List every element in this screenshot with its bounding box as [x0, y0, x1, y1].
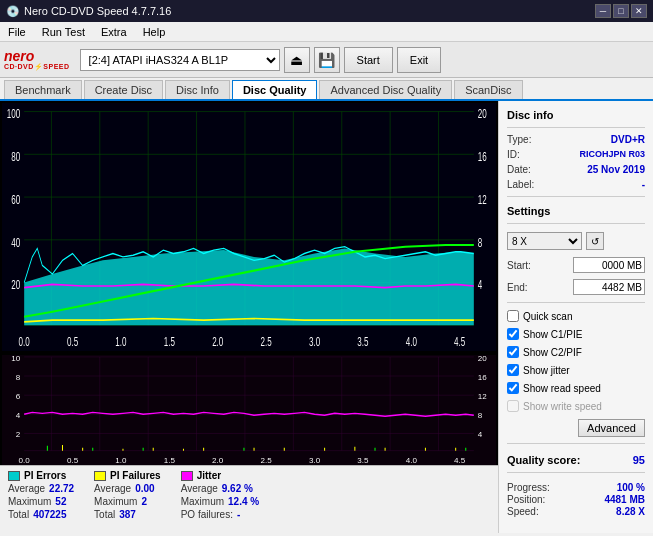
write-speed-row: Show write speed	[507, 400, 645, 412]
advanced-button[interactable]: Advanced	[578, 419, 645, 437]
disc-type-label: Type:	[507, 134, 531, 145]
jitter-stats: Jitter Average 9.62 % Maximum 12.4 % PO …	[181, 470, 259, 520]
title-bar: 💿 Nero CD-DVD Speed 4.7.7.16 ─ □ ✕	[0, 0, 653, 22]
svg-text:100: 100	[7, 106, 20, 121]
progress-section: Progress: 100 % Position: 4481 MB Speed:…	[507, 481, 645, 518]
chart-pi-errors: 100 80 60 40 20 20 16 12 8 4	[2, 103, 496, 351]
refresh-button[interactable]: ↺	[586, 232, 604, 250]
quality-label: Quality score:	[507, 454, 580, 466]
jitter-avg-label: Average	[181, 483, 218, 494]
svg-text:3.5: 3.5	[357, 456, 369, 465]
start-row: Start:	[507, 257, 645, 273]
svg-text:20: 20	[11, 277, 20, 292]
jitter-po-label: PO failures:	[181, 509, 233, 520]
divider-1	[507, 127, 645, 128]
c2pif-label: Show C2/PIF	[523, 347, 582, 358]
eject-button[interactable]: ⏏	[284, 47, 310, 73]
pi-errors-color-box	[8, 471, 20, 481]
tab-disc-info[interactable]: Disc Info	[165, 80, 230, 99]
speed-val: 8.28 X	[616, 506, 645, 517]
menu-bar: File Run Test Extra Help	[0, 22, 653, 42]
minimize-button[interactable]: ─	[595, 4, 611, 18]
stats-bar: PI Errors Average 22.72 Maximum 52 Total…	[0, 465, 498, 533]
tab-create-disc[interactable]: Create Disc	[84, 80, 163, 99]
pi-failures-max-label: Maximum	[94, 496, 137, 507]
svg-text:1.0: 1.0	[115, 456, 127, 465]
tab-scan-disc[interactable]: ScanDisc	[454, 80, 522, 99]
tab-benchmark[interactable]: Benchmark	[4, 80, 82, 99]
disc-type-row: Type: DVD+R	[507, 134, 645, 145]
start-input[interactable]	[573, 257, 645, 273]
svg-text:2.5: 2.5	[261, 456, 273, 465]
divider-5	[507, 443, 645, 444]
maximize-button[interactable]: □	[613, 4, 629, 18]
c1pie-checkbox[interactable]	[507, 328, 519, 340]
c2pif-row: Show C2/PIF	[507, 346, 645, 358]
pi-errors-total-label: Total	[8, 509, 29, 520]
write-speed-checkbox	[507, 400, 519, 412]
svg-text:0.5: 0.5	[67, 334, 78, 349]
position-label: Position:	[507, 494, 545, 505]
svg-text:4.5: 4.5	[454, 456, 466, 465]
read-speed-checkbox[interactable]	[507, 382, 519, 394]
divider-6	[507, 472, 645, 473]
write-speed-label: Show write speed	[523, 401, 602, 412]
svg-text:2.0: 2.0	[212, 334, 223, 349]
disc-id-label: ID:	[507, 149, 520, 160]
svg-text:80: 80	[11, 149, 20, 164]
svg-text:0.5: 0.5	[67, 456, 79, 465]
jitter-avg-val: 9.62 %	[222, 483, 253, 494]
jitter-color-box	[181, 471, 193, 481]
read-speed-label: Show read speed	[523, 383, 601, 394]
speed-select[interactable]: 8 X	[507, 232, 582, 250]
progress-val: 100 %	[617, 482, 645, 493]
save-button[interactable]: 💾	[314, 47, 340, 73]
end-row: End:	[507, 279, 645, 295]
exit-button[interactable]: Exit	[397, 47, 441, 73]
svg-text:12: 12	[478, 392, 487, 401]
svg-text:0.0: 0.0	[19, 456, 31, 465]
svg-text:10: 10	[11, 355, 21, 363]
svg-text:4.0: 4.0	[406, 456, 418, 465]
disc-label-row: Label: -	[507, 179, 645, 190]
start-label: Start:	[507, 260, 531, 271]
end-label: End:	[507, 282, 528, 293]
svg-text:0.0: 0.0	[19, 334, 30, 349]
quick-scan-row: Quick scan	[507, 310, 645, 322]
c2pif-checkbox[interactable]	[507, 346, 519, 358]
main-content: 100 80 60 40 20 20 16 12 8 4	[0, 101, 653, 533]
position-row: Position: 4481 MB	[507, 494, 645, 505]
svg-text:8: 8	[478, 411, 483, 420]
pi-errors-avg-val: 22.72	[49, 483, 74, 494]
jitter-checkbox[interactable]	[507, 364, 519, 376]
tab-disc-quality[interactable]: Disc Quality	[232, 80, 318, 99]
logo: nero CD·DVD⚡SPEED	[4, 49, 70, 70]
pi-failures-avg-val: 0.00	[135, 483, 154, 494]
svg-text:4: 4	[478, 277, 482, 292]
chart-pif-jitter: 10 8 6 4 2 20 16 12 8 4	[2, 355, 496, 465]
drive-select[interactable]: [2:4] ATAPI iHAS324 A BL1P	[80, 49, 280, 71]
menu-run-test[interactable]: Run Test	[38, 25, 89, 39]
progress-row: Progress: 100 %	[507, 482, 645, 493]
read-speed-row: Show read speed	[507, 382, 645, 394]
svg-text:2.5: 2.5	[261, 334, 272, 349]
close-button[interactable]: ✕	[631, 4, 647, 18]
svg-text:3.0: 3.0	[309, 456, 321, 465]
svg-text:40: 40	[11, 234, 20, 249]
speed-row-2: Speed: 8.28 X	[507, 506, 645, 517]
menu-help[interactable]: Help	[139, 25, 170, 39]
menu-file[interactable]: File	[4, 25, 30, 39]
pi-errors-label: PI Errors	[24, 470, 66, 481]
tab-advanced-disc-quality[interactable]: Advanced Disc Quality	[319, 80, 452, 99]
start-button[interactable]: Start	[344, 47, 393, 73]
disc-date-row: Date: 25 Nov 2019	[507, 164, 645, 175]
end-input[interactable]	[573, 279, 645, 295]
svg-text:8: 8	[16, 373, 21, 382]
disc-date-val: 25 Nov 2019	[587, 164, 645, 175]
disc-label-val: -	[642, 179, 645, 190]
app-icon: 💿	[6, 5, 20, 18]
menu-extra[interactable]: Extra	[97, 25, 131, 39]
pi-errors-total-val: 407225	[33, 509, 66, 520]
quick-scan-checkbox[interactable]	[507, 310, 519, 322]
svg-text:60: 60	[11, 192, 20, 207]
